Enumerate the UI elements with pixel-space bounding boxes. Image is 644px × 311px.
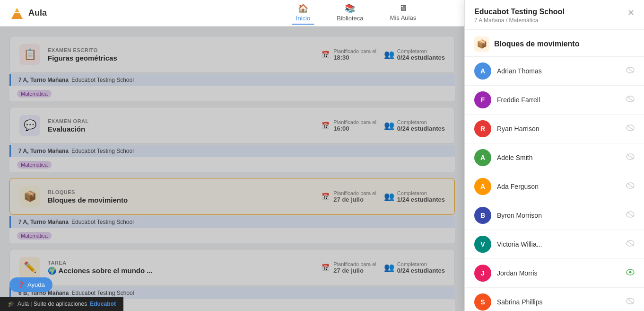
side-panel: Educabot Testing School 7 A Mañana / Mat… <box>464 0 644 311</box>
student-row-s5: AAda Ferguson <box>465 172 644 201</box>
student-name-s5: Ada Ferguson <box>497 183 620 190</box>
student-avatar-s8: J <box>474 265 491 282</box>
logo-area: Aula <box>0 6 95 21</box>
student-visibility-s4[interactable] <box>626 153 635 162</box>
panel-header: Educabot Testing School 7 A Mañana / Mat… <box>465 0 644 30</box>
svg-line-12 <box>627 183 634 188</box>
nav-item-biblioteca[interactable]: 📚 Biblioteca <box>333 1 367 25</box>
panel-title-row: 📦 Bloques de movimiento <box>465 30 644 57</box>
student-avatar-s7: V <box>474 236 491 253</box>
svg-line-20 <box>627 299 634 303</box>
student-avatar-s5: A <box>474 178 491 195</box>
panel-header-info: Educabot Testing School 7 A Mañana / Mat… <box>474 8 627 24</box>
student-row-s6: BByron Morrison <box>465 201 644 230</box>
student-visibility-s1[interactable] <box>626 67 635 75</box>
student-name-s8: Jordan Morris <box>497 269 620 277</box>
overlay-background <box>0 27 464 311</box>
student-list: AAdrian ThomasFFreddie FarrellRRyan Harr… <box>465 57 644 311</box>
logo-icon <box>9 6 25 21</box>
student-name-s7: Victoria Willia... <box>497 240 620 248</box>
svg-line-16 <box>627 241 634 246</box>
svg-marker-1 <box>11 10 23 19</box>
student-name-s1: Adrian Thomas <box>497 67 620 75</box>
student-row-s4: AAdele Smith <box>465 143 644 172</box>
student-visibility-s8[interactable] <box>626 269 635 277</box>
student-avatar-s2: F <box>474 91 491 108</box>
bottom-bar: 🎓 Aula | Suite de aplicaciones Educabot <box>0 297 123 311</box>
classroom-icon: 🖥 <box>399 3 407 13</box>
svg-line-6 <box>627 97 634 101</box>
logo-text: Aula <box>28 8 47 18</box>
student-avatar-s6: B <box>474 207 491 224</box>
student-name-s2: Freddie Farrell <box>497 96 620 104</box>
panel-title-icon: 📦 <box>474 36 489 52</box>
bottom-bar-brand: Educabot <box>90 301 116 307</box>
student-visibility-s7[interactable] <box>626 240 635 249</box>
student-avatar-s9: S <box>474 293 491 311</box>
nav-label-mis-aulas: Mis Aulas <box>390 14 417 21</box>
home-icon: 🏠 <box>298 3 308 14</box>
student-name-s4: Adele Smith <box>497 154 620 161</box>
svg-line-4 <box>627 68 634 72</box>
student-name-s6: Byron Morrison <box>497 212 620 219</box>
student-avatar-s4: A <box>474 149 491 166</box>
svg-rect-2 <box>14 12 20 13</box>
nav-item-inicio[interactable]: 🏠 Inicio <box>292 1 314 25</box>
bottom-bar-text: Aula | Suite de aplicaciones <box>17 301 87 307</box>
bottom-logo-icon: 🎓 <box>8 301 15 307</box>
student-avatar-s1: A <box>474 62 491 80</box>
student-row-s9: SSabrina Phillips <box>465 288 644 311</box>
svg-line-10 <box>627 154 634 159</box>
student-name-s9: Sabrina Phillips <box>497 298 620 306</box>
svg-line-8 <box>627 125 634 130</box>
library-icon: 📚 <box>345 3 355 14</box>
help-button[interactable]: ❓ Ayuda <box>9 277 52 292</box>
student-name-s3: Ryan Harrison <box>497 125 620 133</box>
panel-close-button[interactable]: ✕ <box>627 8 635 18</box>
help-label: Ayuda <box>27 281 45 288</box>
student-avatar-s3: R <box>474 120 491 137</box>
svg-line-14 <box>627 212 634 217</box>
student-visibility-s5[interactable] <box>626 182 635 191</box>
student-row-s1: AAdrian Thomas <box>465 57 644 86</box>
student-visibility-s6[interactable] <box>626 211 635 220</box>
student-visibility-s9[interactable] <box>626 298 635 306</box>
nav-item-mis-aulas[interactable]: 🖥 Mis Aulas <box>386 1 420 25</box>
nav-label-inicio: Inicio <box>296 15 310 22</box>
student-row-s8: JJordan Morris <box>465 259 644 288</box>
student-visibility-s2[interactable] <box>626 96 635 104</box>
student-row-s2: FFreddie Farrell <box>465 86 644 115</box>
student-visibility-s3[interactable] <box>626 124 635 133</box>
help-icon: ❓ <box>17 281 25 288</box>
panel-school: Educabot Testing School <box>474 8 627 16</box>
student-row-s3: RRyan Harrison <box>465 115 644 143</box>
svg-point-18 <box>629 271 632 274</box>
student-row-s7: VVictoria Willia... <box>465 230 644 259</box>
panel-title-text: Bloques de movimiento <box>494 40 579 48</box>
panel-subtitle: 7 A Mañana / Matemática <box>474 17 627 24</box>
nav-label-biblioteca: Biblioteca <box>337 15 363 22</box>
